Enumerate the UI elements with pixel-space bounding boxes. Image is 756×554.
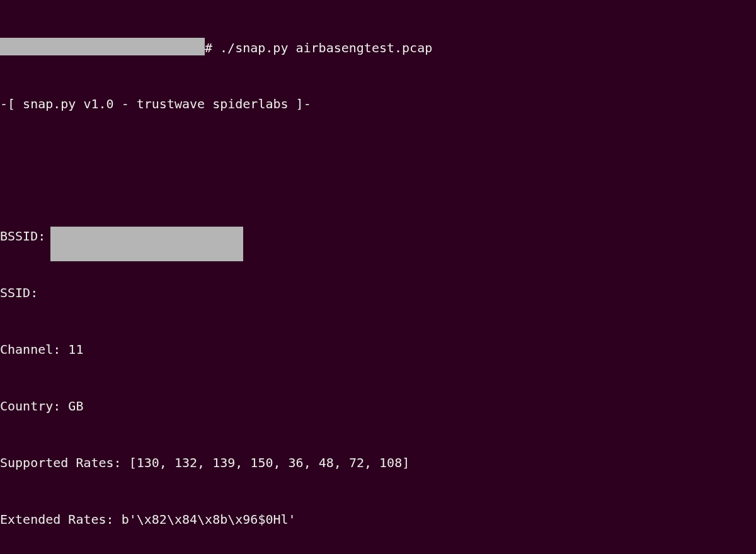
command-text: # ./snap.py airbasengtest.pcap	[205, 40, 432, 55]
blank-line	[0, 151, 756, 170]
ssid-line-1: SSID:	[0, 283, 756, 302]
extended-rates-line-1: Extended Rates: b'\x82\x84\x8b\x96$0Hl'	[0, 510, 756, 529]
redacted-prompt	[0, 38, 205, 55]
redacted-bssid-ssid-1	[50, 227, 243, 261]
supported-rates-line-1: Supported Rates: [130, 132, 139, 150, 36…	[0, 453, 756, 472]
banner-line: -[ snap.py v1.0 - trustwave spiderlabs ]…	[0, 94, 756, 113]
command-line: # ./snap.py airbasengtest.pcap	[0, 38, 756, 57]
country-line-1: Country: GB	[0, 397, 756, 416]
bssid-line-1: BSSID:	[0, 227, 756, 246]
terminal-output: # ./snap.py airbasengtest.pcap -[ snap.p…	[0, 0, 756, 554]
channel-line-1: Channel: 11	[0, 340, 756, 359]
